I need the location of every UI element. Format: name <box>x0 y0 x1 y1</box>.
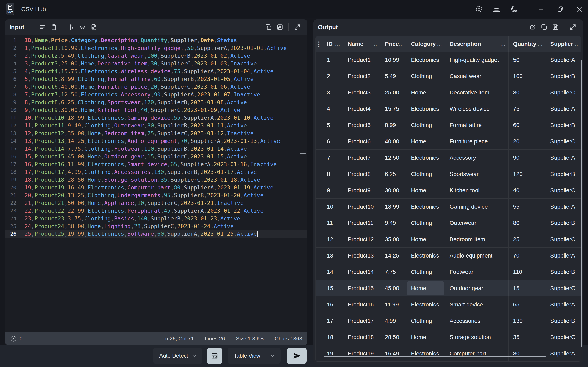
table-cell[interactable]: Accessories <box>445 313 509 329</box>
table-cell[interactable]: Electronics <box>406 345 445 361</box>
row-gutter[interactable] <box>316 84 322 100</box>
code-editor[interactable]: 1ID,Name,Price,Category,Description,Quan… <box>5 35 307 332</box>
table-cell[interactable]: SupplierA <box>546 345 581 361</box>
row-gutter[interactable] <box>316 313 322 329</box>
column-header-id[interactable]: ID... <box>322 36 343 52</box>
table-cell[interactable]: Product2 <box>343 68 380 84</box>
file-import-icon[interactable] <box>89 22 99 32</box>
table-cell[interactable]: 2 <box>322 68 343 84</box>
table-cell[interactable]: Accessory <box>445 150 509 166</box>
table-cell[interactable]: 55 <box>509 199 546 215</box>
code-line[interactable]: 1413,Product13,14.25,Electronics,Audio e… <box>5 137 307 145</box>
table-cell[interactable]: Footwear <box>445 264 509 280</box>
table-cell[interactable]: Home <box>406 280 445 296</box>
table-cell[interactable]: SupplierB <box>546 264 581 280</box>
row-menu-icon[interactable]: ⋮ <box>316 36 322 52</box>
table-horizontal-scrollbar[interactable] <box>324 356 545 358</box>
table-cell[interactable]: 50 <box>509 52 546 68</box>
keyboard-icon[interactable] <box>492 4 502 14</box>
column-menu-icon[interactable]: ... <box>335 41 343 47</box>
table-cell[interactable]: Product6 <box>343 133 380 150</box>
table-cell[interactable]: Bedroom item <box>445 231 509 247</box>
table-cell[interactable]: 19 <box>322 345 343 361</box>
table-cell[interactable]: 45.00 <box>380 280 406 296</box>
table-cell[interactable]: 7 <box>322 150 343 166</box>
column-menu-icon[interactable]: ... <box>437 41 445 47</box>
column-menu-icon[interactable]: ... <box>399 41 407 47</box>
column-menu-icon[interactable]: ... <box>501 41 508 47</box>
table-cell[interactable]: SupplierB <box>546 215 581 231</box>
table-row[interactable]: 3Product325.00HomeDecorative item30Suppl… <box>316 84 581 101</box>
table-cell[interactable]: 130 <box>509 313 546 329</box>
table-cell[interactable]: Product3 <box>343 84 380 100</box>
table-cell[interactable]: 11 <box>322 215 343 231</box>
table-cell[interactable]: 40 <box>509 182 546 198</box>
table-cell[interactable]: SupplierA <box>546 199 581 215</box>
table-cell[interactable]: 14 <box>322 264 343 280</box>
code-line[interactable]: 87,Product7,12.50,Electronics,Accessory,… <box>5 91 307 98</box>
table-cell[interactable]: SupplierC <box>546 182 581 198</box>
table-cell[interactable]: 4 <box>322 101 343 117</box>
code-line[interactable]: 1615,Product15,45.00,Home,Outdoor gear,1… <box>5 152 307 160</box>
column-header-supplier[interactable]: Supplier... <box>546 36 581 52</box>
table-row[interactable]: 2Product25.49ClothingCasual wear100Suppl… <box>316 68 581 84</box>
table-cell[interactable]: SupplierB <box>546 117 581 133</box>
table-cell[interactable]: SupplierC <box>546 84 581 100</box>
library-columns-icon[interactable] <box>66 22 76 32</box>
table-cell[interactable]: 9.49 <box>380 215 406 231</box>
table-cell[interactable]: Outerwear <box>445 215 509 231</box>
table-cell[interactable]: 75 <box>509 101 546 117</box>
save-icon[interactable] <box>551 22 560 32</box>
code-line[interactable]: 1817,Product17,4.99,Clothing,Accessories… <box>5 168 307 176</box>
table-cell[interactable]: 100 <box>509 68 546 84</box>
table-cell[interactable]: Electronics <box>406 248 445 264</box>
row-gutter[interactable] <box>316 101 322 117</box>
table-cell[interactable]: Home <box>406 329 445 345</box>
table-cell[interactable]: Product15 <box>343 280 380 296</box>
table-cell[interactable]: 8 <box>322 166 343 182</box>
column-header-name[interactable]: Name... <box>343 36 380 52</box>
column-header-category[interactable]: Category... <box>406 36 445 52</box>
table-cell[interactable]: Computer part <box>445 345 509 361</box>
table-cell[interactable]: Product13 <box>343 248 380 264</box>
table-row[interactable]: 10Product1018.99ElectronicsGaming device… <box>316 199 581 215</box>
table-cell[interactable]: 28.50 <box>380 329 406 345</box>
code-line[interactable]: 2019,Product19,16.49,Electronics,Compute… <box>5 184 307 191</box>
table-cell[interactable]: Product12 <box>343 231 380 247</box>
code-line[interactable]: 2322,Product22,22.99,Electronics,Periphe… <box>5 207 307 215</box>
table-row[interactable]: 13Product1314.25ElectronicsAudio equipme… <box>316 248 581 264</box>
table-cell[interactable]: 30 <box>509 84 546 100</box>
column-header-quantity[interactable]: Quantity... <box>509 36 546 52</box>
row-gutter[interactable] <box>316 264 322 280</box>
column-menu-icon[interactable]: ... <box>537 41 545 47</box>
column-menu-icon[interactable]: ... <box>372 41 380 47</box>
code-line[interactable]: 2524,Product24,38.00,Home,Lighting,28,Su… <box>5 222 307 230</box>
table-cell[interactable]: 25.00 <box>380 84 406 100</box>
table-cell[interactable]: Product4 <box>343 101 380 117</box>
table-cell[interactable]: Product17 <box>343 313 380 329</box>
share-export-icon[interactable] <box>528 22 537 32</box>
table-cell[interactable]: Electronics <box>406 52 445 68</box>
close-icon[interactable] <box>575 4 584 14</box>
table-cell[interactable]: 7.75 <box>380 264 406 280</box>
table-cell[interactable]: Product14 <box>343 264 380 280</box>
code-line[interactable]: 2625,Product25,19.99,Electronics,Softwar… <box>5 230 307 238</box>
format-select[interactable]: Auto Detect <box>153 348 202 364</box>
table-cell[interactable]: 3 <box>322 84 343 100</box>
table-cell[interactable]: Home <box>406 133 445 150</box>
table-cell[interactable]: SupplierB <box>546 313 581 329</box>
table-cell[interactable]: 20 <box>509 133 546 150</box>
table-cell[interactable]: Electronics <box>406 150 445 166</box>
table-cell[interactable]: 120 <box>509 166 546 182</box>
settings-gear-icon[interactable] <box>474 4 484 14</box>
table-cell[interactable]: SupplierB <box>546 68 581 84</box>
table-cell[interactable]: Storage solution <box>445 329 509 345</box>
table-cell[interactable]: Wireless device <box>445 101 509 117</box>
table-cell[interactable]: Clothing <box>406 117 445 133</box>
table-cell[interactable]: Product11 <box>343 215 380 231</box>
table-row[interactable]: 9Product930.00HomeKitchen tool40Supplier… <box>316 182 581 199</box>
table-cell[interactable]: 1 <box>322 52 343 68</box>
table-cell[interactable]: SupplierA <box>546 296 581 313</box>
code-line[interactable]: 1918,Product18,28.50,Home,Storage soluti… <box>5 176 307 184</box>
code-line[interactable]: 1514,Product14,7.75,Clothing,Footwear,11… <box>5 145 307 152</box>
